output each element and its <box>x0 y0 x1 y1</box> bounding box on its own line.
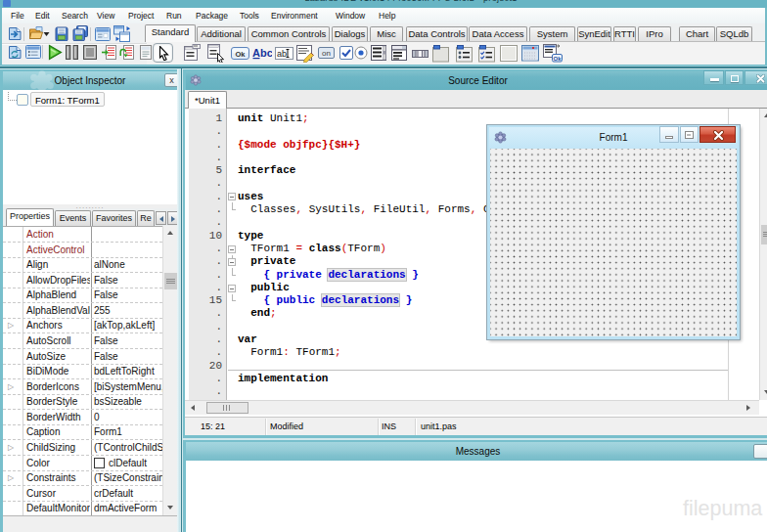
svg-text:Ok: Ok <box>235 50 246 59</box>
svg-text:Abc: Abc <box>252 47 272 59</box>
svg-text:ab: ab <box>277 49 287 59</box>
svg-text:on: on <box>322 49 331 58</box>
svg-text:Ok: Ok <box>553 56 562 62</box>
